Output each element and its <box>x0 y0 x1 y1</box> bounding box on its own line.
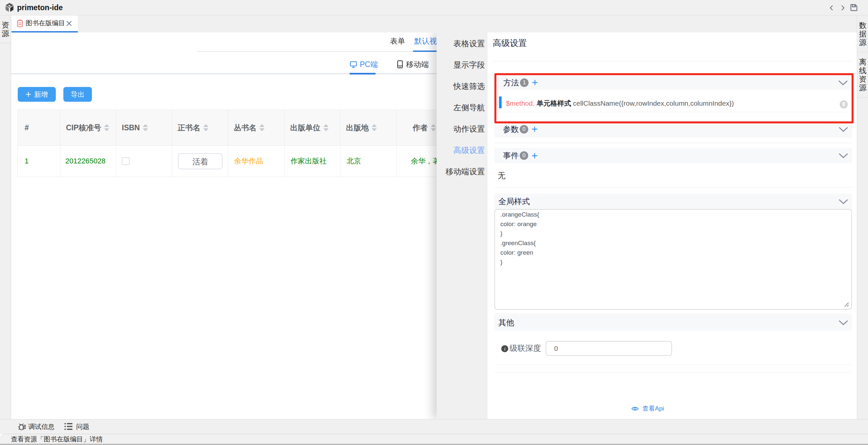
svg-text:i: i <box>504 346 505 351</box>
